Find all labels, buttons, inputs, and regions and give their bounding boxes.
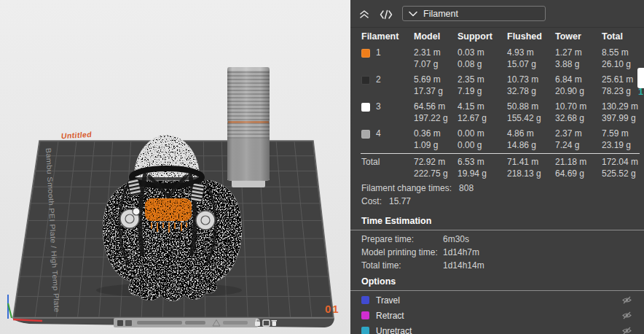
collapse-panel-button[interactable] bbox=[356, 7, 372, 23]
col-header-filament: Filament bbox=[361, 31, 414, 42]
col-header-flushed: Flushed bbox=[507, 31, 555, 42]
filament-change-times: Filament change times:808 bbox=[361, 182, 474, 194]
toggle-visibility-travel[interactable] bbox=[621, 295, 632, 306]
table-total-divider bbox=[361, 153, 640, 154]
filament-table-header: Filament Model Support Flushed Tower Tot… bbox=[350, 31, 641, 42]
filament-color-swatch bbox=[361, 76, 370, 85]
filament-total-row: Total 72.92 m222.75 g 6.53 m19.94 g 71.4… bbox=[350, 156, 641, 179]
chest-button bbox=[133, 208, 140, 215]
scene-canvas[interactable]: Bambu Smooth PEI Plate / High Temp Plate bbox=[0, 0, 350, 334]
option-color-swatch bbox=[361, 327, 369, 334]
filament-id: 3 bbox=[376, 101, 381, 112]
code-icon bbox=[380, 9, 393, 20]
filament-row-1: 1 2.31 m7.07 g 0.03 m0.08 g 4.93 m15.07 … bbox=[350, 47, 641, 70]
plate-logo-icon bbox=[117, 320, 123, 326]
toggle-visibility-retract[interactable] bbox=[621, 310, 632, 321]
option-row-retract: Retract bbox=[361, 308, 632, 323]
filament-color-swatch bbox=[361, 103, 370, 112]
chevron-down-icon bbox=[409, 11, 417, 17]
time-estimation-title: Time Estimation bbox=[361, 216, 431, 226]
toggle-visibility-unretract[interactable] bbox=[621, 325, 632, 334]
plate-toolbar[interactable] bbox=[114, 318, 277, 327]
option-row-unretract: Unretract bbox=[361, 323, 632, 334]
col-header-tower: Tower bbox=[555, 31, 602, 42]
gcode-view-button[interactable] bbox=[378, 7, 394, 23]
dropdown-selected-value: Filament bbox=[423, 9, 458, 19]
filament-id: 4 bbox=[376, 128, 381, 139]
chest-panel-drips bbox=[152, 223, 186, 232]
panel-scrollbar-thumb[interactable] bbox=[637, 68, 644, 88]
model-printing-time-row: Model printing time:1d14h7m bbox=[361, 246, 637, 259]
time-estimation-rows: Prepare time:6m30s Model printing time:1… bbox=[361, 233, 637, 272]
section-divider bbox=[350, 230, 644, 230]
panel-topbar: Filament bbox=[350, 0, 644, 28]
filament-id: 2 bbox=[376, 74, 381, 85]
chest-panel-orange bbox=[145, 198, 192, 221]
slice-info-panel: Filament Filament Model Support Flushed … bbox=[350, 0, 644, 334]
filament-id: 1 bbox=[376, 47, 381, 58]
option-color-swatch bbox=[361, 296, 369, 304]
app-window: Bambu Smooth PEI Plate / High Temp Plate bbox=[0, 0, 644, 334]
delete-plate-icon[interactable] bbox=[272, 320, 278, 326]
option-label: Unretract bbox=[376, 326, 412, 334]
plate-bar-text-illegible bbox=[223, 321, 248, 325]
filament-row-3: 3 64.56 m197.22 g 4.15 m12.67 g 50.88 m1… bbox=[350, 101, 641, 124]
filament-row-4: 4 0.36 m1.09 g 0.00 m0.00 g 4.86 m14.86 … bbox=[350, 128, 641, 151]
plate-thumb-icon bbox=[125, 320, 132, 326]
panel-side-tab[interactable]: 1 bbox=[638, 87, 643, 97]
option-color-swatch bbox=[361, 311, 369, 319]
filament-color-swatch bbox=[361, 49, 370, 58]
plate-bar-text-illegible bbox=[185, 321, 205, 325]
col-header-model: Model bbox=[414, 31, 458, 42]
section-divider bbox=[350, 290, 644, 291]
options-title: Options bbox=[361, 276, 396, 287]
filament-row-2: 2 5.69 m17.37 g 2.35 m7.19 g 10.73 m32.7… bbox=[350, 74, 641, 97]
filament-table-body: 1 2.31 m7.07 g 0.03 m0.08 g 4.93 m15.07 … bbox=[350, 47, 641, 151]
viewport-3d[interactable]: Bambu Smooth PEI Plate / High Temp Plate bbox=[0, 0, 350, 334]
option-label: Retract bbox=[376, 311, 404, 321]
prime-tower[interactable] bbox=[227, 67, 270, 187]
col-header-support: Support bbox=[458, 31, 507, 42]
eye-off-icon bbox=[621, 310, 632, 321]
option-row-travel: Travel bbox=[361, 292, 632, 308]
total-label: Total bbox=[361, 157, 380, 167]
options-rows: Travel Retract bbox=[361, 292, 632, 334]
view-mode-dropdown[interactable]: Filament bbox=[402, 6, 546, 21]
col-header-total: Total bbox=[602, 31, 641, 42]
option-label: Travel bbox=[376, 295, 400, 306]
eye-off-icon bbox=[621, 325, 632, 334]
prepare-time-row: Prepare time:6m30s bbox=[361, 233, 637, 246]
plate-number-label: 01 bbox=[325, 303, 340, 315]
eye-off-icon bbox=[621, 295, 632, 306]
plate-title-label: Untitled bbox=[61, 130, 93, 140]
total-time-row: Total time:1d14h14m bbox=[361, 259, 637, 272]
chevrons-up-icon bbox=[358, 9, 370, 20]
plate-bar-text-illegible bbox=[137, 321, 182, 325]
cost: Cost:15.77 bbox=[361, 195, 411, 207]
filament-color-swatch bbox=[361, 130, 370, 139]
